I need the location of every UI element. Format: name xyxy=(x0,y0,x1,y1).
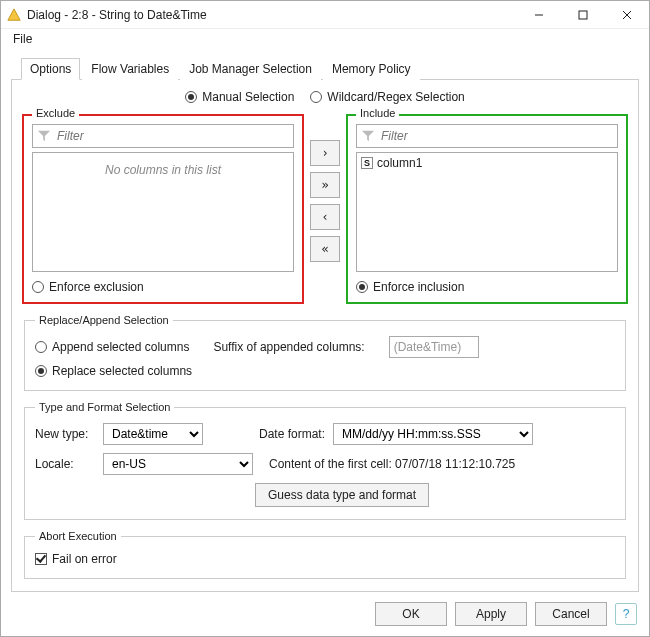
selection-mode-row: Manual Selection Wildcard/Regex Selectio… xyxy=(22,90,628,104)
cancel-button[interactable]: Cancel xyxy=(535,602,607,626)
radio-label: Enforce exclusion xyxy=(49,280,144,294)
exclude-panel: Exclude No columns in this list Enforce … xyxy=(22,114,304,304)
radio-label: Manual Selection xyxy=(202,90,294,104)
column-selection-area: Exclude No columns in this list Enforce … xyxy=(22,114,628,304)
suffix-label: Suffix of appended columns: xyxy=(213,340,364,354)
locale-select[interactable]: en-US xyxy=(103,453,253,475)
svg-marker-5 xyxy=(38,131,50,142)
titlebar: Dialog - 2:8 - String to Date&Time xyxy=(1,1,649,29)
svg-rect-2 xyxy=(579,11,587,19)
checkbox-label: Fail on error xyxy=(52,552,117,566)
svg-marker-0 xyxy=(8,8,20,19)
radio-icon xyxy=(35,365,47,377)
radio-label: Append selected columns xyxy=(52,340,189,354)
ok-button[interactable]: OK xyxy=(375,602,447,626)
radio-replace-columns[interactable]: Replace selected columns xyxy=(35,364,192,378)
content-area: Options Flow Variables Job Manager Selec… xyxy=(1,49,649,592)
new-type-select[interactable]: Date&time xyxy=(103,423,203,445)
radio-icon xyxy=(310,91,322,103)
list-item[interactable]: S column1 xyxy=(359,155,615,171)
menu-file[interactable]: File xyxy=(9,30,36,48)
list-item-label: column1 xyxy=(377,156,422,170)
include-filter[interactable] xyxy=(356,124,618,148)
exclude-list[interactable]: No columns in this list xyxy=(32,152,294,272)
first-cell-content-label: Content of the first cell: 07/07/18 11:1… xyxy=(269,457,515,471)
exclude-filter-input[interactable] xyxy=(55,128,289,144)
checkbox-fail-on-error[interactable]: Fail on error xyxy=(35,552,615,566)
move-left-all-button[interactable]: « xyxy=(310,236,340,262)
help-button[interactable]: ? xyxy=(615,603,637,625)
radio-icon xyxy=(356,281,368,293)
window-title: Dialog - 2:8 - String to Date&Time xyxy=(27,8,517,22)
radio-append-columns[interactable]: Append selected columns xyxy=(35,340,189,354)
tab-body-options: Manual Selection Wildcard/Regex Selectio… xyxy=(11,80,639,592)
tab-memory-policy[interactable]: Memory Policy xyxy=(323,58,420,80)
radio-enforce-exclusion[interactable]: Enforce exclusion xyxy=(32,280,294,294)
guess-format-button[interactable]: Guess data type and format xyxy=(255,483,429,507)
replace-append-group: Replace/Append Selection Append selected… xyxy=(24,314,626,391)
abort-execution-group: Abort Execution Fail on error xyxy=(24,530,626,579)
radio-label: Wildcard/Regex Selection xyxy=(327,90,464,104)
date-format-label: Date format: xyxy=(259,427,325,441)
move-buttons-column: › » ‹ « xyxy=(310,114,340,304)
dialog-window: Dialog - 2:8 - String to Date&Time File … xyxy=(0,0,650,637)
exclude-empty-text: No columns in this list xyxy=(35,155,291,185)
app-icon xyxy=(7,8,21,22)
suffix-input xyxy=(389,336,479,358)
type-format-group: Type and Format Selection New type: Date… xyxy=(24,401,626,520)
apply-button[interactable]: Apply xyxy=(455,602,527,626)
minimize-button[interactable] xyxy=(517,1,561,29)
include-filter-input[interactable] xyxy=(379,128,613,144)
radio-enforce-inclusion[interactable]: Enforce inclusion xyxy=(356,280,618,294)
move-right-all-button[interactable]: » xyxy=(310,172,340,198)
include-panel: Include S column1 Enforce inclusion xyxy=(346,114,628,304)
move-right-button[interactable]: › xyxy=(310,140,340,166)
radio-manual-selection[interactable]: Manual Selection xyxy=(185,90,294,104)
menubar: File xyxy=(1,29,649,49)
radio-label: Enforce inclusion xyxy=(373,280,464,294)
include-legend: Include xyxy=(356,107,399,119)
tab-strip: Options Flow Variables Job Manager Selec… xyxy=(11,57,639,80)
include-list[interactable]: S column1 xyxy=(356,152,618,272)
radio-icon xyxy=(35,341,47,353)
filter-icon xyxy=(37,129,51,143)
svg-marker-6 xyxy=(362,131,374,142)
abort-legend: Abort Execution xyxy=(35,530,121,542)
replace-append-legend: Replace/Append Selection xyxy=(35,314,173,326)
exclude-legend: Exclude xyxy=(32,107,79,119)
string-type-icon: S xyxy=(361,157,373,169)
move-left-button[interactable]: ‹ xyxy=(310,204,340,230)
radio-regex-selection[interactable]: Wildcard/Regex Selection xyxy=(310,90,464,104)
date-format-select[interactable]: MM/dd/yy HH:mm:ss.SSS xyxy=(333,423,533,445)
close-button[interactable] xyxy=(605,1,649,29)
dialog-footer: OK Apply Cancel ? xyxy=(1,592,649,636)
maximize-button[interactable] xyxy=(561,1,605,29)
tab-flow-variables[interactable]: Flow Variables xyxy=(82,58,178,80)
checkbox-icon xyxy=(35,553,47,565)
filter-icon xyxy=(361,129,375,143)
exclude-filter[interactable] xyxy=(32,124,294,148)
tab-options[interactable]: Options xyxy=(21,58,80,80)
type-format-legend: Type and Format Selection xyxy=(35,401,174,413)
tab-job-manager[interactable]: Job Manager Selection xyxy=(180,58,321,80)
radio-icon xyxy=(32,281,44,293)
locale-label: Locale: xyxy=(35,457,95,471)
new-type-label: New type: xyxy=(35,427,95,441)
radio-icon xyxy=(185,91,197,103)
radio-label: Replace selected columns xyxy=(52,364,192,378)
